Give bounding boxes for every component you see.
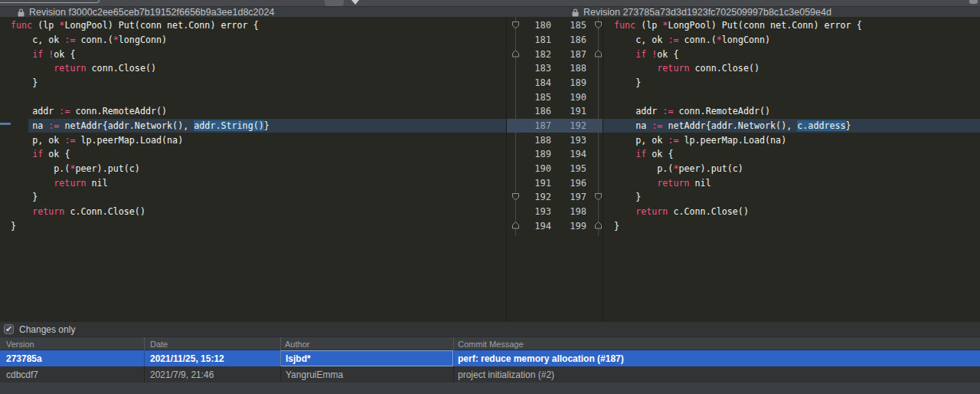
code-line[interactable]: if !ok { — [603, 47, 980, 61]
code-line[interactable]: } — [603, 190, 980, 205]
code-line[interactable]: na := netAddr{addr.Network(), c.address} — [603, 119, 980, 133]
code-token: netAddr{addr.Network(), — [59, 120, 194, 131]
cell-date: 2021/7/9, 21:46 — [150, 366, 280, 383]
line-number-left: 184 — [525, 76, 551, 90]
code-line[interactable]: func (lp *LongPool) Put(conn net.Conn) e… — [0, 18, 506, 33]
code-text: return c.Conn.Close() — [603, 206, 749, 217]
code-token: } — [846, 120, 851, 131]
code-line[interactable]: } — [603, 76, 980, 90]
code-line[interactable]: na := netAddr{addr.Network(), addr.Strin… — [0, 119, 506, 133]
table-row[interactable]: cdbcdf72021/7/9, 21:46YangruiEmmaproject… — [0, 366, 980, 383]
fold-marker-icon[interactable] — [511, 222, 520, 229]
code-line[interactable]: c, ok := conn.(*longConn) — [603, 33, 980, 48]
column-header-version[interactable]: Version — [6, 337, 34, 351]
code-token: } — [264, 120, 270, 131]
code-token: p, ok — [11, 135, 64, 146]
code-line[interactable]: func (lp *LongPool) Put(conn net.Conn) e… — [603, 18, 980, 33]
code-text: func (lp *LongPool) Put(conn net.Conn) e… — [603, 20, 862, 31]
left-editor[interactable]: func (lp *LongPool) Put(conn net.Conn) e… — [0, 17, 507, 322]
code-token: ok { — [54, 49, 75, 60]
column-divider — [453, 350, 454, 383]
code-line[interactable]: addr := conn.RemoteAddr() — [603, 104, 980, 119]
code-token — [614, 149, 635, 159]
code-line[interactable]: p.(*peer).put(c) — [603, 162, 980, 176]
code-line[interactable]: } — [0, 76, 506, 90]
code-line[interactable]: if ok { — [0, 147, 506, 162]
code-token: peer).put(c) — [678, 163, 743, 174]
code-token: conn.( — [678, 34, 716, 45]
code-text: func (lp *LongPool) Put(conn net.Conn) e… — [0, 20, 259, 31]
line-number-right: 190 — [560, 90, 586, 104]
code-line[interactable]: if !ok { — [0, 47, 506, 61]
code-text: na := netAddr{addr.Network(), addr.Strin… — [0, 120, 270, 131]
diff-area: func (lp *LongPool) Put(conn net.Conn) e… — [0, 17, 980, 322]
code-line[interactable]: p.(*peer).put(c) — [0, 162, 506, 176]
code-line[interactable]: if ok { — [603, 147, 980, 162]
code-text: if ok { — [603, 149, 673, 159]
code-token: ok { — [657, 49, 678, 60]
code-line[interactable]: } — [0, 190, 506, 205]
code-line[interactable]: return c.Conn.Close() — [603, 205, 980, 219]
code-line[interactable]: return conn.Close() — [0, 61, 506, 76]
code-line[interactable]: c, ok := conn.(*longConn) — [0, 33, 506, 48]
changes-only-checkbox[interactable]: ✔ — [4, 324, 14, 334]
code-line[interactable]: addr := conn.RemoteAddr() — [0, 104, 506, 119]
line-number-left: 181 — [525, 33, 551, 48]
column-divider — [280, 350, 281, 383]
changes-only-label[interactable]: Changes only — [19, 324, 75, 335]
code-token — [614, 49, 635, 60]
keyword-token: := — [48, 120, 59, 131]
code-token: longConn) — [722, 34, 770, 45]
keyword-token: if — [635, 149, 646, 159]
line-number-left: 194 — [525, 218, 551, 233]
code-token — [614, 206, 635, 217]
column-header-author[interactable]: Author — [285, 337, 309, 351]
code-text: if ok { — [0, 149, 70, 159]
code-line[interactable] — [603, 90, 980, 104]
fold-marker-icon[interactable] — [511, 21, 520, 29]
line-number-right: 195 — [560, 162, 586, 176]
right-editor[interactable]: func (lp *LongPool) Put(conn net.Conn) e… — [603, 17, 980, 322]
code-token: } — [11, 221, 16, 231]
code-line[interactable]: } — [0, 218, 506, 233]
code-line[interactable]: return c.Conn.Close() — [0, 205, 506, 219]
line-number-left: 180 — [525, 18, 551, 33]
fold-marker-icon[interactable] — [594, 193, 603, 201]
fold-marker-icon[interactable] — [511, 193, 520, 201]
code-text: return c.Conn.Close() — [0, 206, 145, 217]
fold-marker-icon[interactable] — [594, 50, 603, 57]
keyword-token: return — [635, 206, 668, 217]
fold-marker-icon[interactable] — [594, 21, 603, 29]
gutter-line-numbers: 191196 — [507, 176, 603, 190]
table-row-selected[interactable]: 273785a2021/11/25, 15:12lsjbd*perf: redu… — [0, 350, 980, 366]
code-line[interactable]: } — [603, 218, 980, 233]
keyword-token: func — [11, 20, 32, 31]
table-header: Version Date Author Commit Message — [0, 337, 980, 350]
column-divider — [144, 350, 145, 383]
code-token — [614, 178, 657, 189]
line-number-right: 185 — [560, 18, 586, 33]
column-header-message[interactable]: Commit Message — [458, 337, 524, 351]
right-revision-header: Revision 273785a73d3d1923fc702509997b8c1… — [572, 7, 831, 18]
code-line[interactable]: p, ok := lp.peerMap.Load(na) — [603, 133, 980, 147]
code-token: longConn) — [119, 34, 167, 45]
code-token — [11, 206, 32, 217]
code-line[interactable]: return nil — [0, 176, 506, 190]
code-token — [614, 63, 657, 74]
code-text: return conn.Close() — [603, 63, 760, 74]
keyword-token: return — [54, 178, 86, 189]
code-line[interactable]: return nil — [603, 176, 980, 190]
code-line[interactable] — [0, 90, 506, 104]
code-token: peer).put(c) — [75, 163, 139, 174]
code-line[interactable]: p, ok := lp.peerMap.Load(na) — [0, 133, 506, 147]
code-token: c, ok — [614, 34, 668, 45]
code-text: na := netAddr{addr.Network(), c.address} — [603, 120, 851, 131]
fold-marker-icon[interactable] — [511, 50, 520, 57]
line-number-left: 190 — [525, 162, 551, 176]
code-line[interactable]: return conn.Close() — [603, 61, 980, 76]
gutter-line-numbers: 181186 — [507, 33, 603, 48]
line-number-left: 187 — [525, 119, 551, 133]
fold-marker-icon[interactable] — [594, 222, 603, 229]
column-header-date[interactable]: Date — [150, 337, 168, 351]
gutter-line-numbers: 187192 — [507, 119, 603, 133]
